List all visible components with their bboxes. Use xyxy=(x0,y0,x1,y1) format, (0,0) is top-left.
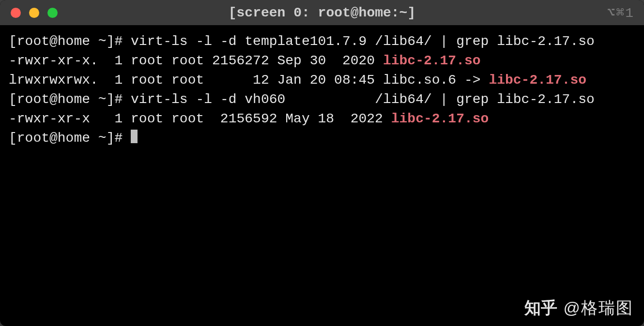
highlight-text: libc-2.17.so xyxy=(383,53,481,68)
output-text: -rwxr-xr-x 1 root root 2156592 May 18 20… xyxy=(9,111,391,126)
cursor-icon xyxy=(131,130,138,143)
output-text: -rwxr-xr-x. 1 root root 2156272 Sep 30 2… xyxy=(9,53,383,68)
watermark-author: @格瑞图 xyxy=(563,297,633,319)
zhihu-logo-icon: 知乎 xyxy=(524,297,557,319)
terminal-line: [root@home ~]# virt-ls -l -d vh060 /lib6… xyxy=(9,90,635,109)
terminal-body[interactable]: [root@home ~]# virt-ls -l -d template101… xyxy=(0,25,644,148)
command-text: virt-ls -l -d template101.7.9 /lib64/ | … xyxy=(131,34,595,49)
highlight-text: libc-2.17.so xyxy=(489,73,586,88)
prompt: [root@home ~]# xyxy=(9,92,131,107)
prompt: [root@home ~]# xyxy=(9,34,131,49)
terminal-line: [root@home ~]# xyxy=(9,129,635,148)
close-icon[interactable] xyxy=(11,8,21,18)
terminal-line: lrwxrwxrwx. 1 root root 12 Jan 20 08:45 … xyxy=(9,71,635,90)
highlight-text: libc-2.17.so xyxy=(391,111,489,126)
window-controls xyxy=(0,8,58,18)
terminal-line: -rwxr-xr-x. 1 root root 2156272 Sep 30 2… xyxy=(9,51,635,71)
minimize-icon[interactable] xyxy=(29,8,39,18)
terminal-line: -rwxr-xr-x 1 root root 2156592 May 18 20… xyxy=(9,109,635,129)
watermark: 知乎 @格瑞图 xyxy=(524,297,633,319)
prompt: [root@home ~]# xyxy=(9,131,131,146)
titlebar: [screen 0: root@home:~] ⌥⌘1 xyxy=(0,0,644,25)
window-title: [screen 0: root@home:~] xyxy=(0,5,644,20)
terminal-line: [root@home ~]# virt-ls -l -d template101… xyxy=(9,32,635,51)
zoom-icon[interactable] xyxy=(47,8,58,18)
command-text: virt-ls -l -d vh060 /lib64/ | grep libc-… xyxy=(131,92,595,107)
window-shortcut-indicator: ⌥⌘1 xyxy=(607,4,634,21)
output-text: lrwxrwxrwx. 1 root root 12 Jan 20 08:45 … xyxy=(9,73,489,88)
terminal-window: [screen 0: root@home:~] ⌥⌘1 [root@home ~… xyxy=(0,0,644,326)
